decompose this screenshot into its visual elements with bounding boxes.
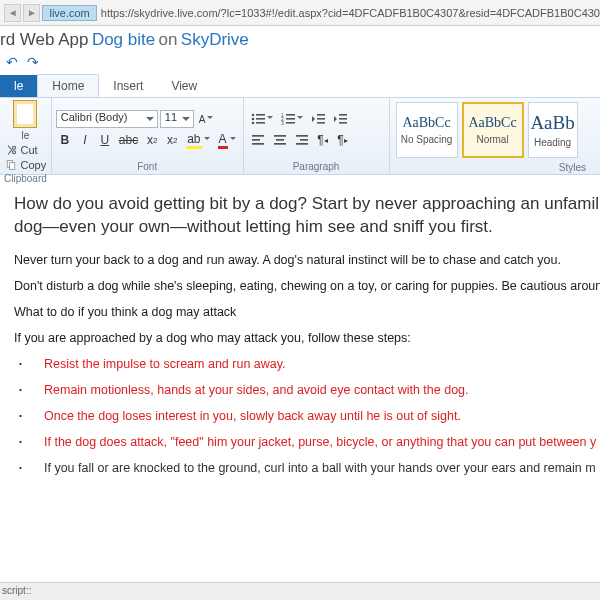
list-item[interactable]: If you fall or are knocked to the ground… xyxy=(14,461,600,475)
svg-rect-22 xyxy=(252,143,264,145)
group-label-clipboard: Clipboard xyxy=(4,171,47,186)
cut-button[interactable]: Cut xyxy=(5,144,47,156)
undo-button[interactable]: ↶ xyxy=(6,54,18,70)
list-item[interactable]: Remain motionless, hands at your sides, … xyxy=(14,383,600,397)
highlight-button[interactable]: ab xyxy=(183,131,212,149)
body-paragraph[interactable]: What to do if you think a dog may attack xyxy=(14,305,600,319)
svg-rect-26 xyxy=(296,135,308,137)
superscript-button[interactable]: x2 xyxy=(163,131,181,149)
list-item[interactable]: If the dog does attack, "feed" him your … xyxy=(14,435,600,449)
redo-button[interactable]: ↷ xyxy=(27,54,39,70)
copy-icon xyxy=(5,159,17,171)
align-left-icon xyxy=(251,134,265,146)
align-center-button[interactable] xyxy=(270,131,290,149)
align-center-icon xyxy=(273,134,287,146)
align-right-button[interactable] xyxy=(292,131,312,149)
bold-button[interactable]: B xyxy=(56,131,74,149)
list-item[interactable]: Resist the impulse to scream and run awa… xyxy=(14,357,600,371)
indent-icon xyxy=(333,113,347,125)
address-bar: ◄ ► live.com https://skydrive.live.com/?… xyxy=(0,0,600,26)
indent-button[interactable] xyxy=(330,110,350,128)
strike-button[interactable]: abc xyxy=(116,131,141,149)
paste-icon xyxy=(13,100,37,128)
italic-button[interactable]: I xyxy=(76,131,94,149)
svg-rect-28 xyxy=(296,143,308,145)
list-item[interactable]: Once the dog loses interest in you, slow… xyxy=(14,409,600,423)
group-styles: AaBbCc No Spacing AaBbCc Normal AaBb Hea… xyxy=(390,98,600,174)
body-paragraph[interactable]: If you are approached by a dog who may a… xyxy=(14,331,600,345)
svg-rect-24 xyxy=(276,139,284,141)
underline-button[interactable]: U xyxy=(96,131,114,149)
group-clipboard: le Cut Copy Clipboard xyxy=(0,98,52,174)
bullets-icon xyxy=(251,113,265,125)
service-link[interactable]: SkyDrive xyxy=(181,30,249,49)
url-text[interactable]: https://skydrive.live.com/?lc=1033#!/edi… xyxy=(101,7,600,19)
tab-view[interactable]: View xyxy=(157,75,211,97)
svg-point-6 xyxy=(251,122,254,125)
svg-rect-15 xyxy=(317,118,325,120)
document-title-link[interactable]: Dog bite xyxy=(92,30,155,49)
outdent-icon xyxy=(311,113,325,125)
numbering-button[interactable]: 123 xyxy=(278,110,306,128)
text-direction-rtl-button[interactable]: ¶▸ xyxy=(334,131,352,149)
group-label-font: Font xyxy=(56,159,239,174)
tab-home[interactable]: Home xyxy=(37,74,99,97)
svg-rect-19 xyxy=(339,122,347,124)
text-direction-button[interactable]: ¶◂ xyxy=(314,131,332,149)
svg-rect-1 xyxy=(9,163,14,170)
svg-rect-16 xyxy=(317,122,325,124)
style-no-spacing[interactable]: AaBbCc No Spacing xyxy=(396,102,458,158)
nav-back-button[interactable]: ◄ xyxy=(4,4,21,22)
group-font: Calibri (Body) 11 A B I U abc x2 x2 ab A… xyxy=(52,98,244,174)
svg-rect-3 xyxy=(256,114,265,116)
svg-point-2 xyxy=(251,114,254,117)
nav-forward-button[interactable]: ► xyxy=(23,4,40,22)
svg-rect-23 xyxy=(274,135,286,137)
scissors-icon xyxy=(5,144,17,156)
svg-rect-20 xyxy=(252,135,264,137)
svg-rect-5 xyxy=(256,118,265,120)
font-color-button[interactable]: A xyxy=(215,131,239,149)
svg-rect-17 xyxy=(339,114,347,116)
quick-access-toolbar: ↶ ↷ xyxy=(0,52,600,74)
style-heading[interactable]: AaBb Heading xyxy=(528,102,578,158)
svg-rect-9 xyxy=(286,114,295,116)
app-title-bar: rd Web App Dog bite on SkyDrive xyxy=(0,26,600,52)
group-label-styles: Styles xyxy=(394,160,596,175)
subscript-button[interactable]: x2 xyxy=(143,131,161,149)
url-domain-badge[interactable]: live.com xyxy=(42,5,96,21)
body-paragraph[interactable]: Never turn your back to a dog and run aw… xyxy=(14,253,600,267)
body-paragraph[interactable]: Don't disturb a dog while she's sleeping… xyxy=(14,279,600,293)
ribbon-tabs: le Home Insert View xyxy=(0,74,600,97)
copy-button[interactable]: Copy xyxy=(5,159,47,171)
intro-paragraph[interactable]: How do you avoid getting bit by a dog? S… xyxy=(14,193,600,239)
tab-insert[interactable]: Insert xyxy=(99,75,157,97)
svg-text:3: 3 xyxy=(281,120,284,125)
svg-rect-21 xyxy=(252,139,260,141)
title-on: on xyxy=(159,30,178,49)
align-right-icon xyxy=(295,134,309,146)
status-bar: script:: xyxy=(0,582,600,600)
font-size-select[interactable]: 11 xyxy=(160,110,194,128)
align-left-button[interactable] xyxy=(248,131,268,149)
svg-point-4 xyxy=(251,118,254,121)
tab-file[interactable]: le xyxy=(0,75,37,97)
svg-rect-11 xyxy=(286,118,295,120)
bullets-button[interactable] xyxy=(248,110,276,128)
svg-rect-27 xyxy=(300,139,308,141)
group-label-paragraph: Paragraph xyxy=(248,159,385,174)
style-normal[interactable]: AaBbCc Normal xyxy=(462,102,524,158)
outdent-button[interactable] xyxy=(308,110,328,128)
group-paragraph: 123 ¶◂ ¶▸ Paragraph xyxy=(244,98,390,174)
svg-rect-14 xyxy=(317,114,325,116)
steps-list: Resist the impulse to scream and run awa… xyxy=(14,357,600,475)
document-body[interactable]: How do you avoid getting bit by a dog? S… xyxy=(0,175,600,505)
svg-rect-7 xyxy=(256,122,265,124)
svg-rect-13 xyxy=(286,122,295,124)
font-family-select[interactable]: Calibri (Body) xyxy=(56,110,158,128)
paste-button[interactable]: le xyxy=(10,100,40,141)
grow-shrink-font-button[interactable]: A xyxy=(196,110,217,128)
svg-rect-18 xyxy=(339,118,347,120)
svg-rect-25 xyxy=(274,143,286,145)
style-gallery: AaBbCc No Spacing AaBbCc Normal AaBb Hea… xyxy=(394,100,596,160)
